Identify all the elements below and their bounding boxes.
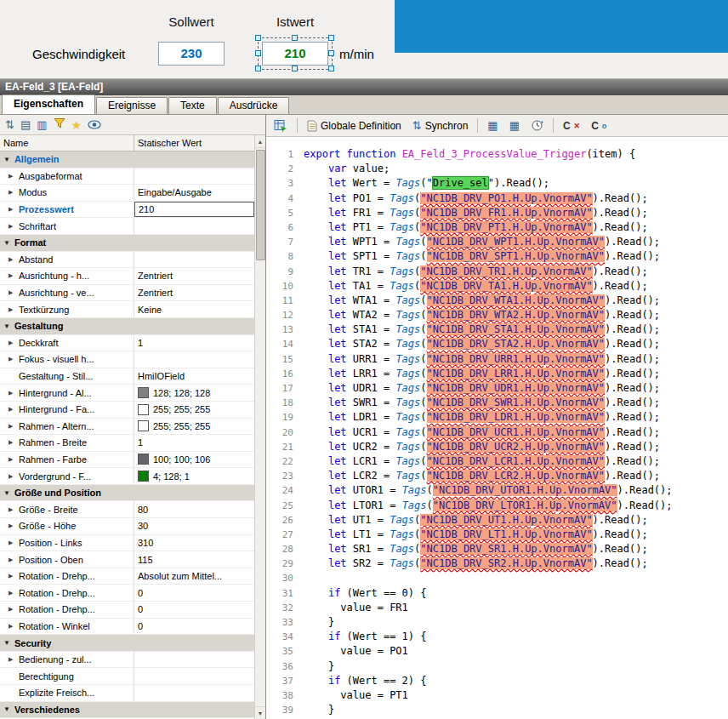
property-row[interactable]: ▶Ausrichtung - ve...Zentriert — [0, 285, 254, 302]
scrollbar-thumb[interactable] — [256, 150, 265, 260]
property-value-cell[interactable]: 128; 128; 128 — [134, 385, 254, 401]
collapse-icon[interactable]: ▼ — [3, 239, 10, 247]
property-value-cell[interactable] — [134, 652, 254, 668]
expand-icon[interactable]: ▶ — [9, 256, 19, 263]
expand-icon[interactable]: ▶ — [9, 406, 19, 413]
property-value-cell[interactable]: Zentriert — [134, 285, 254, 301]
scroll-up-icon[interactable]: ▲ — [255, 135, 265, 148]
property-value-cell[interactable]: 0 — [134, 619, 254, 635]
resize-handle[interactable] — [328, 66, 334, 71]
favorites-icon[interactable]: ★ — [71, 119, 82, 131]
expand-icon[interactable]: ▶ — [9, 473, 19, 480]
code-line[interactable]: 33 } — [266, 615, 728, 630]
property-row[interactable]: ▶TextkürzungKeine — [0, 301, 254, 318]
code-line[interactable]: 21 let UCR2 = Tags("NC1DB_DRV_UCR2.H.Up.… — [266, 440, 728, 454]
property-value-cell[interactable] — [134, 351, 254, 368]
property-row[interactable]: ▶Rahmen - Breite1 — [0, 435, 254, 452]
code-line[interactable]: 28 let SR1 = Tags("NC1DB_DRV_SR1.H.Up.Vn… — [266, 542, 728, 556]
resize-handle[interactable] — [255, 50, 261, 56]
property-value-cell[interactable]: Eingabe/Ausgabe — [134, 185, 254, 201]
code-line[interactable]: 20 let UCR1 = Tags("NC1DB_DRV_UCR1.H.Up.… — [266, 425, 728, 440]
code-line[interactable]: 36 } — [266, 659, 728, 674]
tag-table-edit-icon[interactable]: ▦ — [506, 118, 523, 133]
property-row[interactable]: Explizite Freisch... — [0, 685, 254, 702]
property-value-cell[interactable]: 0 — [134, 602, 254, 618]
expand-icon[interactable]: ▶ — [9, 556, 19, 563]
property-row[interactable]: ▶Position - Links310 — [0, 535, 254, 552]
expand-icon[interactable]: ▶ — [9, 606, 19, 613]
property-category[interactable]: ▼Verschiedenes — [0, 702, 254, 719]
collapse-icon[interactable]: ▼ — [3, 322, 10, 330]
code-line[interactable]: 39 } — [266, 703, 728, 717]
property-value-cell[interactable]: 310 — [134, 535, 254, 551]
property-value-cell[interactable]: 4; 128; 1 — [134, 468, 254, 484]
expand-icon[interactable]: ▶ — [9, 340, 19, 346]
property-row[interactable]: ▶Rahmen - Altern...255; 255; 255 — [0, 419, 254, 436]
code-line[interactable]: 5 let FR1 = Tags("NC1DB_DRV_FR1.H.Up.Vno… — [266, 206, 728, 220]
expand-icon[interactable]: ▶ — [9, 272, 19, 279]
code-line[interactable]: 4 let PO1 = Tags("NC1DB_DRV_PO1.H.Up.Vno… — [266, 191, 728, 206]
property-value-cell[interactable]: HmiIOField — [134, 368, 254, 385]
sort-icon[interactable]: ⇅ — [5, 119, 14, 130]
property-row[interactable]: Gestaltung - Stil...HmiIOField — [0, 368, 254, 385]
collapse-icon[interactable]: ▼ — [3, 705, 10, 713]
code-line[interactable]: 31 if (Wert == 0) { — [266, 586, 728, 601]
tab-eigenschaften[interactable]: Eigenschaften — [2, 94, 95, 114]
property-value-cell[interactable]: Keine — [134, 301, 254, 317]
property-value-cell[interactable]: 255; 255; 255 — [134, 419, 254, 435]
code-line[interactable]: 1export function EA_Feld_3_ProcessValue_… — [266, 147, 728, 162]
expand-icon[interactable]: ▶ — [9, 656, 19, 663]
property-row[interactable]: ▶Deckkraft1 — [0, 335, 254, 352]
tree-view-icon[interactable]: ▤ — [20, 119, 31, 130]
collapse-icon[interactable]: ▼ — [3, 489, 10, 497]
code-line[interactable]: 22 let LCR1 = Tags("NC1DB_DRV_LCR1.H.Up.… — [266, 454, 728, 469]
collapse-icon[interactable]: ▼ — [3, 639, 10, 647]
property-row[interactable]: Berechtigung — [0, 668, 254, 685]
resize-handle[interactable] — [292, 66, 298, 71]
property-value-cell[interactable]: 255; 255; 255 — [134, 402, 254, 418]
property-row[interactable]: ▶Größe - Breite80 — [0, 501, 254, 518]
property-row[interactable]: ▶Hintergrund - Fa...255; 255; 255 — [0, 402, 254, 419]
property-row[interactable]: ▶Vordergrund - F...4; 128; 1 — [0, 468, 254, 485]
apply-changes-icon[interactable] — [270, 117, 291, 134]
code-line[interactable]: 19 let LDR1 = Tags("NC1DB_DRV_LDR1.H.Up.… — [266, 410, 728, 425]
tab-ausdrücke[interactable]: Ausdrücke — [218, 97, 290, 114]
synchron-button[interactable]: ⇅ Synchron — [409, 118, 472, 134]
expand-icon[interactable]: ▶ — [9, 423, 19, 430]
resize-handle[interactable] — [292, 35, 298, 41]
code-line[interactable]: 12 let WTA2 = Tags("NC1DB_DRV_WTA2.H.Up.… — [266, 308, 728, 322]
io-field-sollwert[interactable]: 230 — [158, 42, 225, 66]
color-swatch[interactable] — [138, 387, 149, 398]
code-line[interactable]: 32 value = FR1 — [266, 601, 728, 615]
code-line[interactable]: 27 let LT1 = Tags("NC1DB_DRV_LT1.H.Up.Vn… — [266, 528, 728, 542]
code-line[interactable]: 25 let LTOR1 = Tags("NC1DB_DRV_LTOR1.H.U… — [266, 499, 728, 513]
expand-icon[interactable]: ▶ — [9, 590, 19, 596]
property-row[interactable]: ▶ModusEingabe/Ausgabe — [0, 185, 254, 202]
code-line[interactable]: 29 let SR2 = Tags("NC1DB_DRV_SR2.H.Up.Vn… — [266, 556, 728, 571]
expand-icon[interactable]: ▶ — [9, 206, 19, 213]
code-line[interactable]: 16 let LRR1 = Tags("NC1DB_DRV_LRR1.H.Up.… — [266, 367, 728, 381]
resize-handle[interactable] — [255, 66, 261, 71]
code-line[interactable]: 26 let UT1 = Tags("NC1DB_DRV_UT1.H.Up.Vn… — [266, 513, 728, 528]
globale-definition-button[interactable]: Globale Definition — [304, 118, 405, 134]
code-line[interactable]: 17 let UDR1 = Tags("NC1DB_DRV_UDR1.H.Up.… — [266, 381, 728, 396]
property-row[interactable]: ▶Rotation - Drehp...0 — [0, 602, 254, 619]
property-category[interactable]: ▼Security — [0, 635, 254, 652]
code-line[interactable]: 34 if (Wert == 1) { — [266, 630, 728, 644]
color-swatch[interactable] — [138, 454, 149, 465]
property-value-cell[interactable]: 1 — [134, 435, 254, 451]
expand-icon[interactable]: ▶ — [9, 539, 19, 546]
expand-icon[interactable]: ▶ — [9, 189, 19, 196]
color-swatch[interactable] — [138, 471, 149, 482]
code-line[interactable]: 37 if (Wert == 2) { — [266, 674, 728, 688]
code-line[interactable]: 14 let STA2 = Tags("NC1DB_DRV_STA2.H.Up.… — [266, 337, 728, 351]
property-value-cell[interactable] — [134, 685, 254, 701]
code-line[interactable]: 35 value = PO1 — [266, 644, 728, 659]
property-row[interactable]: ▶Schriftart — [0, 218, 254, 235]
code-line[interactable]: 24 let UTOR1 = Tags("NC1DB_DRV_UTOR1.H.U… — [266, 483, 728, 498]
property-value-cell[interactable]: 210 — [134, 202, 254, 218]
scroll-down-icon[interactable]: ▼ — [255, 706, 265, 719]
expand-icon[interactable]: ▶ — [9, 573, 19, 579]
column-header-name[interactable]: Name — [0, 135, 134, 151]
clear-cross-ref-icon[interactable]: C✕ — [560, 118, 583, 134]
